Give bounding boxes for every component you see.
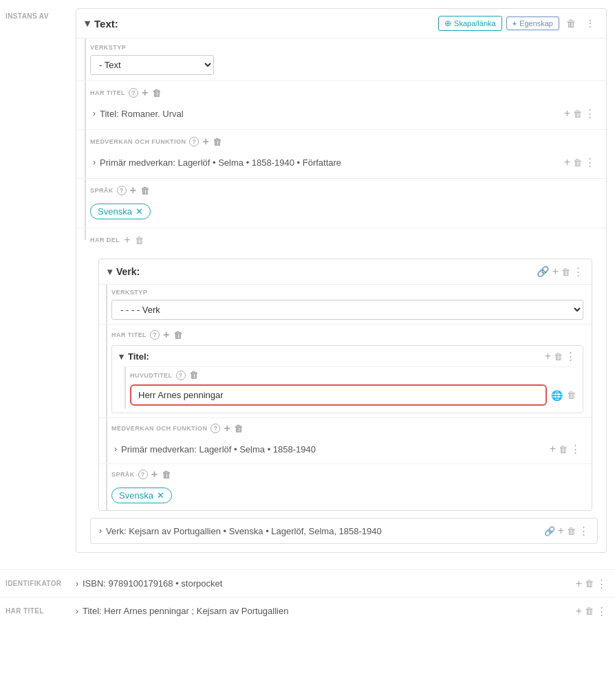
verkstyp-section: VERKSTYP - Text [76, 39, 606, 81]
verk-medverkan-section: MEDVERKAN OCH FUNKTION ? + 🗑 › [99, 418, 592, 464]
verk-sprak-trash[interactable]: 🗑 [162, 470, 171, 480]
huvudtitel-help[interactable]: ? [176, 371, 186, 380]
titel-chevron[interactable]: › [93, 109, 96, 118]
kejsarn-add-icon[interactable]: + [558, 525, 564, 537]
egenskap-button[interactable]: + Egenskap [506, 17, 559, 30]
har-titel-bottom-dots-icon[interactable]: ⋮ [596, 605, 607, 617]
verk-sprak-add[interactable]: + [151, 468, 158, 481]
identifikator-section: IDENTIFIKATOR › ISBN: 9789100179168 • st… [0, 570, 615, 598]
identifikator-chevron[interactable]: › [76, 579, 78, 589]
verkstyp-select[interactable]: - Text [90, 55, 214, 75]
verk-verkstyp-section: VERKSTYP - - - - Verk [99, 285, 592, 325]
text-card-trash-button[interactable]: 🗑 [563, 17, 579, 30]
text-card-title: Text: [94, 18, 118, 30]
verk-har-titel-add[interactable]: + [163, 329, 170, 341]
medverkan-row-trash[interactable]: 🗑 [573, 157, 582, 168]
text-card: ▾ Text: ⊕ Skapa/länka + Egenskap [76, 8, 607, 553]
kejsarn-trash-icon[interactable]: 🗑 [567, 526, 576, 536]
kejsarn-text: Verk: Kejsarn av Portugallien • Svenska … [106, 526, 382, 536]
instans-av-label: INSTANS AV [0, 0, 76, 27]
huvudtitel-trash[interactable]: 🗑 [189, 370, 198, 380]
text-collapse-icon[interactable]: ▾ [85, 17, 90, 30]
verk-medverkan-add[interactable]: + [224, 422, 230, 435]
har-del-add-icon[interactable]: + [124, 234, 130, 246]
verk-svenska-tag[interactable]: Svenska ✕ [111, 488, 172, 503]
titel-add-icon[interactable]: + [545, 350, 551, 362]
titel-romaner-row: › Titel: Romaner. Urval + 🗑 ⋮ [90, 103, 598, 124]
identifikator-add-icon[interactable]: + [576, 578, 582, 590]
verk-sprak-help[interactable]: ? [138, 470, 148, 479]
titel-romaner-dots[interactable]: ⋮ [585, 107, 595, 120]
svenska-tag[interactable]: Svenska ✕ [90, 204, 151, 219]
verk-trash-icon[interactable]: 🗑 [561, 267, 570, 277]
text-card-dots-button[interactable]: ⋮ [583, 17, 598, 30]
verk-har-titel-help[interactable]: ? [150, 330, 160, 340]
har-titel-bottom-label: HAR TITEL [0, 598, 76, 624]
titel-header-left: ▾ Titel: [119, 351, 149, 362]
verk-med-row-dots[interactable]: ⋮ [570, 443, 581, 455]
verk-har-titel-trash[interactable]: 🗑 [173, 330, 182, 340]
sprak-add-icon[interactable]: + [130, 184, 137, 197]
har-titel-section: HAR TITEL ? + 🗑 › Titel: Romaner. Urval [76, 81, 606, 130]
har-titel-help-icon[interactable]: ? [129, 88, 138, 98]
verk-dots-icon[interactable]: ⋮ [573, 265, 583, 278]
verk-verkstyp-label: VERKSTYP [111, 289, 583, 296]
titel-actions: + 🗑 ⋮ [545, 350, 576, 362]
har-del-trash-icon[interactable]: 🗑 [135, 235, 144, 245]
medverkan-trash-icon[interactable]: 🗑 [213, 137, 222, 147]
medverkan-help-icon[interactable]: ? [189, 137, 199, 146]
huvudtitel-input[interactable] [130, 384, 547, 406]
sprak-trash-icon[interactable]: 🗑 [140, 186, 149, 196]
svenska-tag-close[interactable]: ✕ [136, 206, 143, 217]
titel-dots-icon[interactable]: ⋮ [565, 350, 576, 362]
har-titel-trash-icon[interactable]: 🗑 [152, 88, 161, 98]
titel-collapse-icon[interactable]: ▾ [119, 351, 124, 362]
medverkan-chevron[interactable]: › [93, 157, 96, 167]
har-titel-expand-left: › Titel: Herr Arnes penningar ; Kejsarn … [76, 606, 288, 616]
verk-medverkan-help[interactable]: ? [211, 424, 220, 433]
har-titel-chevron[interactable]: › [76, 606, 78, 616]
har-titel-label: HAR TITEL ? + 🗑 [90, 87, 598, 99]
verk-sprak-tag-row: Svenska ✕ [111, 485, 583, 506]
har-del-label: HAR DEL [90, 237, 120, 243]
medverkan-add-icon[interactable]: + [202, 135, 209, 148]
har-titel-add-icon[interactable]: + [142, 87, 149, 99]
verk-medverkan-label: MEDVERKAN OCH FUNKTION ? + 🗑 [111, 422, 583, 435]
kejsarn-link-icon[interactable]: 🔗 [544, 526, 555, 536]
verk-medverkan-chevron[interactable]: › [114, 444, 117, 454]
sprak-help-icon[interactable]: ? [117, 186, 127, 195]
huvudtitel-input-row: 🌐 🗑 [130, 384, 576, 406]
huvudtitel-section: HUVUDTITEL ? 🗑 🌐 [119, 367, 576, 408]
verk-svenska-tag-close[interactable]: ✕ [157, 490, 164, 501]
verk-link-icon[interactable]: 🔗 [537, 265, 550, 278]
titel-sub-section: ▾ Titel: + 🗑 ⋮ [111, 345, 583, 413]
verk-medverkan-trash[interactable]: 🗑 [234, 424, 243, 434]
medverkan-row-dots[interactable]: ⋮ [585, 156, 595, 168]
verk-verkstyp-select[interactable]: - - - - Verk [111, 300, 583, 320]
identifikator-trash-icon[interactable]: 🗑 [585, 578, 594, 589]
kejsarn-dots-icon[interactable]: ⋮ [579, 525, 589, 537]
verk-card-title: Verk: [116, 266, 140, 277]
titel-romaner-add[interactable]: + [564, 107, 570, 120]
medverkan-text: Primär medverkan: Lagerlöf • Selma • 185… [100, 157, 341, 168]
har-titel-bottom-add-icon[interactable]: + [576, 605, 582, 617]
har-titel-bottom-actions: + 🗑 ⋮ [576, 605, 607, 617]
titel-romaner-trash[interactable]: 🗑 [573, 109, 582, 119]
verk-collapse-icon[interactable]: ▾ [107, 266, 112, 277]
plus-icon-egenskap: + [512, 19, 517, 28]
skapa-lanka-button[interactable]: ⊕ Skapa/länka [438, 16, 502, 31]
input-trash-icon[interactable]: 🗑 [567, 390, 576, 400]
identifikator-label: IDENTIFIKATOR [0, 570, 76, 597]
kejsarn-chevron[interactable]: › [99, 526, 102, 536]
har-titel-bottom-trash-icon[interactable]: 🗑 [585, 606, 594, 616]
titel-romaner-text: Titel: Romaner. Urval [100, 109, 184, 119]
verk-card-wrapper: ▾ Verk: 🔗 + 🗑 ⋮ [76, 259, 606, 552]
verk-med-row-add[interactable]: + [550, 443, 556, 455]
identifikator-dots-icon[interactable]: ⋮ [596, 578, 607, 590]
identifikator-actions: + 🗑 ⋮ [576, 578, 607, 590]
globe-icon[interactable]: 🌐 [551, 390, 563, 401]
titel-trash-icon[interactable]: 🗑 [554, 351, 563, 362]
verk-med-row-trash[interactable]: 🗑 [559, 444, 568, 455]
verk-add-icon[interactable]: + [552, 265, 559, 278]
medverkan-row-add[interactable]: + [564, 156, 570, 168]
